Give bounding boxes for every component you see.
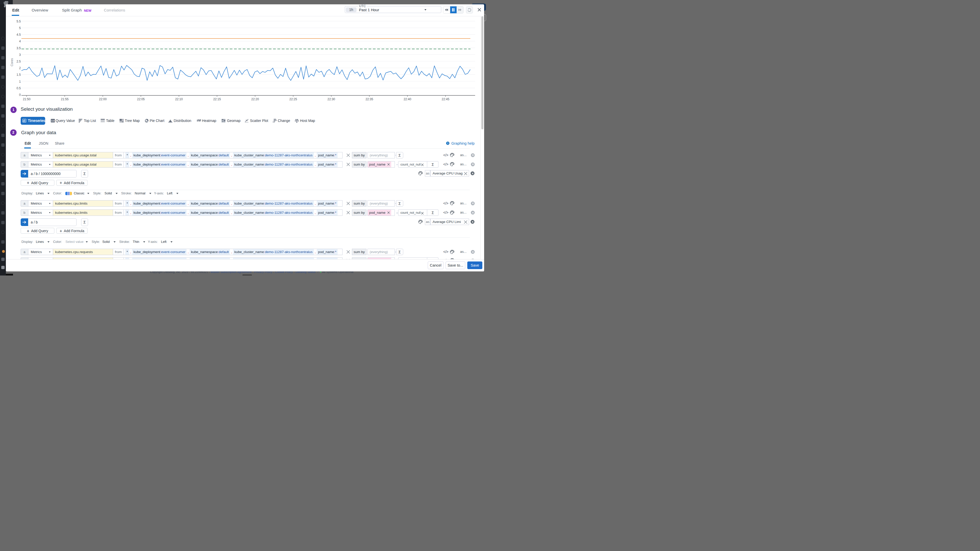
svg-text:22:20: 22:20 bbox=[251, 97, 259, 101]
svg-text:Cores: Cores bbox=[10, 58, 14, 66]
svg-text:22:10: 22:10 bbox=[175, 97, 183, 101]
svg-text:22:05: 22:05 bbox=[137, 97, 145, 101]
svg-text:22:45: 22:45 bbox=[442, 97, 449, 101]
svg-text:22:30: 22:30 bbox=[328, 97, 335, 101]
svg-text:22:40: 22:40 bbox=[404, 97, 411, 101]
svg-text:22:00: 22:00 bbox=[99, 97, 107, 101]
svg-text:4.5: 4.5 bbox=[17, 33, 21, 37]
svg-text:5.5: 5.5 bbox=[17, 20, 21, 23]
svg-text:3.14: 3.14 bbox=[51, 120, 54, 122]
svg-text:?: ? bbox=[447, 142, 449, 144]
svg-text:2: 2 bbox=[19, 66, 21, 70]
svg-text:3.5: 3.5 bbox=[17, 46, 21, 50]
svg-text:1: 1 bbox=[19, 80, 21, 83]
svg-text:22:35: 22:35 bbox=[366, 97, 373, 101]
svg-text:22:15: 22:15 bbox=[213, 97, 221, 101]
svg-text:21:50: 21:50 bbox=[23, 97, 30, 101]
svg-text:4: 4 bbox=[19, 40, 21, 43]
svg-text:22:25: 22:25 bbox=[290, 97, 297, 101]
svg-text:1.5: 1.5 bbox=[17, 73, 21, 76]
svg-text:5: 5 bbox=[19, 26, 21, 30]
svg-text:21:55: 21:55 bbox=[61, 97, 68, 101]
svg-text:3: 3 bbox=[19, 53, 21, 57]
svg-text:0: 0 bbox=[19, 93, 21, 97]
svg-text:0.5: 0.5 bbox=[17, 86, 21, 90]
svg-text:2.5: 2.5 bbox=[17, 60, 21, 63]
